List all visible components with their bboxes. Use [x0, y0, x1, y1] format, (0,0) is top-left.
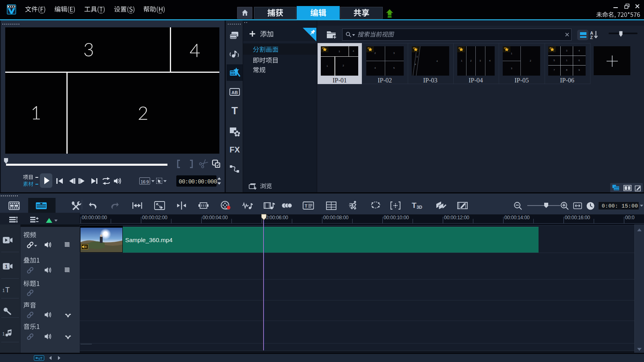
svg-text:1: 1	[2, 288, 5, 293]
svg-text:T: T	[231, 106, 238, 116]
svg-text:uT: uT	[38, 356, 43, 360]
svg-text:AB: AB	[231, 90, 238, 95]
svg-text:FX: FX	[229, 145, 240, 154]
svg-text:Z: Z	[590, 35, 593, 40]
svg-text:3D: 3D	[417, 205, 422, 210]
svg-text:T: T	[412, 201, 417, 210]
svg-text:1: 1	[2, 332, 5, 336]
svg-text:1: 1	[5, 264, 8, 269]
svg-text:T: T	[305, 204, 308, 208]
svg-text:T: T	[5, 286, 10, 294]
